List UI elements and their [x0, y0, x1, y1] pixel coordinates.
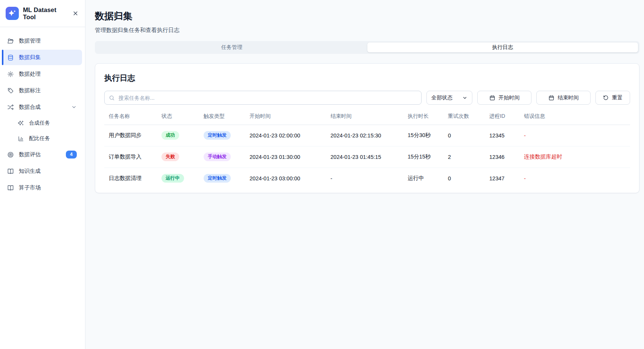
sidebar: ML Dataset Tool 数据管理 数据归集	[0, 0, 85, 349]
app-title: ML Dataset Tool	[23, 6, 67, 21]
rotate-ccw-icon	[603, 95, 609, 101]
sidebar-item-data-labeling[interactable]: 数据标注	[2, 83, 82, 98]
cell-error: -	[519, 125, 630, 146]
sidebar-header: ML Dataset Tool	[0, 0, 85, 27]
cell-task-name: 日志数据清理	[104, 168, 157, 189]
col-header-end-time: 结束时间	[326, 108, 403, 125]
calendar-icon	[548, 95, 554, 101]
tab-execution-logs[interactable]: 执行日志	[367, 43, 638, 52]
bar-chart-icon	[18, 136, 24, 142]
sparkles-icon	[18, 120, 24, 126]
col-header-status: 状态	[157, 108, 199, 125]
cell-retries: 2	[443, 146, 485, 168]
cell-retries: 0	[443, 125, 485, 146]
sidebar-item-label: 数据标注	[19, 87, 41, 94]
search-input[interactable]	[104, 91, 422, 105]
page-title: 数据归集	[95, 10, 639, 22]
cell-end-time: 2024-01-23 01:45:15	[326, 146, 403, 168]
sidebar-item-ratio-task[interactable]: 配比任务	[2, 131, 82, 146]
cell-duration: 15分30秒	[403, 125, 443, 146]
status-badge: 成功	[161, 131, 179, 140]
book-open-icon	[7, 184, 14, 191]
start-time-button[interactable]: 开始时间	[477, 91, 531, 105]
sidebar-item-data-processing[interactable]: 数据处理	[2, 66, 82, 82]
evaluation-count-badge: 4	[66, 151, 77, 158]
cell-pid: 12345	[485, 125, 519, 146]
status-badge: 失败	[161, 152, 179, 161]
sidebar-item-label: 数据合成	[19, 104, 41, 111]
filter-controls: 全部状态 开始时间 结束时间	[104, 91, 630, 105]
cell-duration: 运行中	[403, 168, 443, 189]
sidebar-item-data-synthesis[interactable]: 数据合成	[2, 99, 82, 115]
col-header-task-name: 任务名称	[104, 108, 157, 125]
trigger-badge: 定时触发	[204, 131, 231, 140]
end-time-button[interactable]: 结束时间	[536, 91, 591, 105]
col-header-trigger-type: 触发类型	[199, 108, 245, 125]
cell-start-time: 2024-01-23 01:30:00	[245, 146, 326, 168]
sidebar-item-data-management[interactable]: 数据管理	[2, 33, 82, 49]
database-icon	[7, 54, 14, 61]
sidebar-item-synthesis-task[interactable]: 合成任务	[2, 116, 82, 130]
execution-logs-table: 任务名称 状态 触发类型 开始时间 结束时间 执行时长 重试次数 进程ID 错误…	[104, 108, 630, 189]
sidebar-item-knowledge-generation[interactable]: 知识生成	[2, 163, 82, 179]
cell-pid: 12346	[485, 146, 519, 168]
sidebar-item-data-evaluation[interactable]: 数据评估 4	[2, 147, 82, 162]
cell-pid: 12347	[485, 168, 519, 189]
target-icon	[7, 151, 14, 158]
chevron-down-icon	[71, 104, 77, 110]
sidebar-item-label: 数据归集	[19, 54, 41, 61]
table-row[interactable]: 订单数据导入 失败 手动触发 2024-01-23 01:30:00 2024-…	[104, 146, 630, 168]
reset-label: 重置	[612, 94, 623, 101]
col-header-start-time: 开始时间	[245, 108, 326, 125]
tab-bar: 任务管理 执行日志	[95, 41, 639, 54]
execution-logs-panel: 执行日志 全部状态	[95, 63, 639, 193]
table-row[interactable]: 用户数据同步 成功 定时触发 2024-01-23 02:00:00 2024-…	[104, 125, 630, 146]
sidebar-item-data-collection[interactable]: 数据归集	[2, 50, 82, 65]
main-content: 数据归集 管理数据归集任务和查看执行日志 任务管理 执行日志 执行日志 全部状态	[85, 0, 644, 349]
sidebar-item-label: 数据处理	[19, 70, 41, 78]
chevron-down-icon	[462, 95, 467, 101]
cell-start-time: 2024-01-23 02:00:00	[245, 125, 326, 146]
trigger-badge: 定时触发	[204, 174, 231, 183]
col-header-duration: 执行时长	[403, 108, 443, 125]
gear-icon	[7, 71, 14, 78]
cell-task-name: 订单数据导入	[104, 146, 157, 168]
status-filter-select[interactable]: 全部状态	[426, 91, 472, 105]
sidebar-item-operator-market[interactable]: 算子市场	[2, 180, 82, 195]
cell-duration: 15分15秒	[403, 146, 443, 168]
sidebar-item-label: 数据管理	[19, 37, 41, 44]
sidebar-item-label: 算子市场	[19, 184, 41, 191]
col-header-pid: 进程ID	[485, 108, 519, 125]
sidebar-item-label: 配比任务	[29, 135, 50, 142]
sidebar-item-label: 知识生成	[19, 168, 41, 175]
cell-error: 连接数据库超时	[519, 146, 630, 168]
col-header-retries: 重试次数	[443, 108, 485, 125]
sparkles-icon	[9, 10, 16, 17]
close-icon	[72, 10, 79, 17]
cell-end-time: 2024-01-23 02:15:30	[326, 125, 403, 146]
sidebar-close-button[interactable]	[72, 9, 79, 17]
table-row[interactable]: 日志数据清理 运行中 定时触发 2024-01-23 03:00:00 - 运行…	[104, 168, 630, 189]
start-time-label: 开始时间	[499, 94, 520, 101]
trigger-badge: 手动触发	[204, 152, 231, 161]
tab-task-management[interactable]: 任务管理	[96, 43, 367, 52]
app-logo	[6, 7, 19, 20]
search-box	[104, 91, 422, 105]
cell-end-time: -	[326, 168, 403, 189]
sidebar-item-label: 合成任务	[29, 120, 50, 126]
calendar-icon	[489, 95, 495, 101]
col-header-error: 错误信息	[519, 108, 630, 125]
sidebar-item-label: 数据评估	[19, 151, 41, 158]
status-badge: 运行中	[161, 174, 184, 183]
book-open-icon	[7, 168, 14, 175]
reset-button[interactable]: 重置	[595, 91, 630, 105]
end-time-label: 结束时间	[558, 94, 579, 101]
cell-start-time: 2024-01-23 03:00:00	[245, 168, 326, 189]
cell-error: -	[519, 168, 630, 189]
page-subtitle: 管理数据归集任务和查看执行日志	[95, 27, 639, 34]
folder-icon	[7, 38, 14, 44]
sidebar-nav: 数据管理 数据归集 数据处理 数据标注	[0, 27, 85, 197]
cell-task-name: 用户数据同步	[104, 125, 157, 146]
shuffle-icon	[7, 104, 14, 111]
tag-icon	[7, 87, 14, 94]
